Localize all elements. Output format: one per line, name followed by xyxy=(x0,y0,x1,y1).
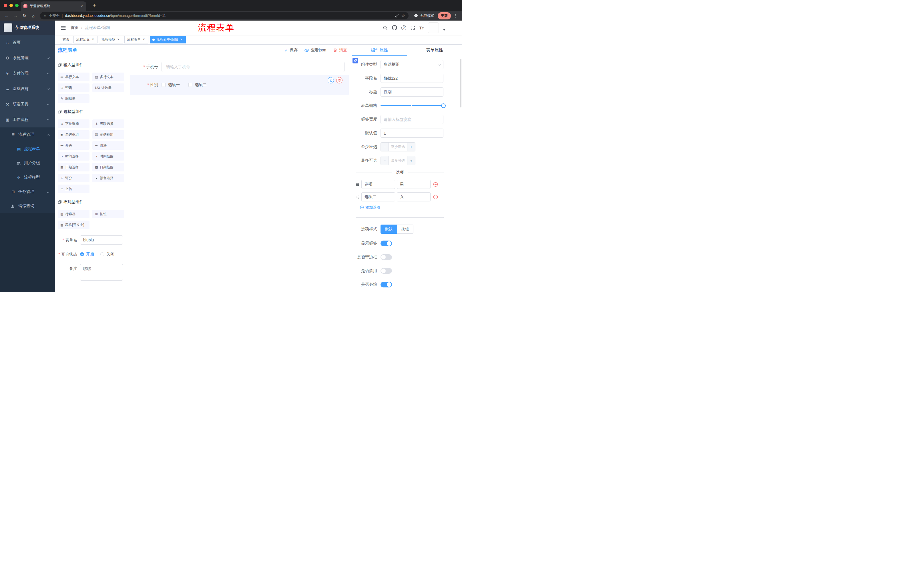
tab-close-icon[interactable]: × xyxy=(80,4,84,8)
phone-field-row[interactable]: 手机号 xyxy=(130,62,349,72)
checkbox-box[interactable] xyxy=(162,83,165,87)
close-icon[interactable]: × xyxy=(91,38,95,42)
style-default-button[interactable]: 默认 xyxy=(381,225,397,234)
password-key-icon[interactable] xyxy=(395,14,399,18)
drag-handle-icon[interactable] xyxy=(355,182,360,187)
option-value-input[interactable] xyxy=(397,192,431,201)
window-close-button[interactable] xyxy=(4,4,7,7)
add-option-button[interactable]: 添加选项 xyxy=(352,205,448,210)
tag-process-definition[interactable]: 流程定义× xyxy=(73,36,97,43)
title-input[interactable] xyxy=(381,87,444,97)
component-chip[interactable]: ▤多行文本 xyxy=(92,72,124,81)
component-chip[interactable]: ↥上传 xyxy=(58,184,89,193)
form-name-input[interactable] xyxy=(80,235,123,245)
help-icon[interactable]: ? xyxy=(401,25,406,30)
component-chip[interactable]: ◑时间范围 xyxy=(92,152,124,161)
form-grid-slider[interactable] xyxy=(381,101,445,110)
sidebar-item-leave-query[interactable]: 请假查询 xyxy=(0,199,55,213)
disabled-toggle[interactable] xyxy=(381,268,392,274)
update-button[interactable]: 更新 xyxy=(438,12,451,20)
avatar[interactable] xyxy=(428,22,439,33)
browser-menu-kebab-icon[interactable]: ⋮ xyxy=(452,13,459,18)
component-chip[interactable]: ▭单行文本 xyxy=(58,72,89,81)
sidebar-item-infrastructure[interactable]: ☁ 基础设施 xyxy=(0,81,55,97)
sidebar-item-system[interactable]: ⚙ 系统管理 xyxy=(0,50,55,66)
component-chip[interactable]: ◔时间选择 xyxy=(58,152,89,161)
close-icon[interactable]: × xyxy=(142,38,146,42)
github-icon[interactable] xyxy=(392,25,397,30)
radio-closed[interactable]: 关闭 xyxy=(101,252,114,257)
sidebar-item-workflow[interactable]: ▣ 工作流程 xyxy=(0,112,55,127)
window-zoom-button[interactable] xyxy=(15,4,18,7)
bookmark-star-icon[interactable]: ☆ xyxy=(401,13,405,18)
tab-component-props[interactable]: 组件属性 xyxy=(352,44,407,56)
sidebar-item-process-model[interactable]: ✈ 流程模型 xyxy=(0,170,55,184)
hamburger-icon[interactable] xyxy=(55,25,71,30)
sidebar-item-payment[interactable]: ¥ 支付管理 xyxy=(0,66,55,81)
back-icon[interactable]: ← xyxy=(3,13,11,18)
component-chip[interactable]: ▦日期选择 xyxy=(58,163,89,171)
border-toggle[interactable] xyxy=(381,254,392,260)
option-label-input[interactable] xyxy=(361,192,395,201)
fullscreen-icon[interactable] xyxy=(411,25,415,30)
component-chip[interactable]: ⊞按钮 xyxy=(92,210,124,218)
decrease-icon[interactable]: − xyxy=(381,143,389,151)
sidebar-item-home[interactable]: ⌂ 首页 xyxy=(0,35,55,50)
address-bar[interactable]: ⚠ 不安全 | dashboard.yudao.iocoder.cn/bpm/m… xyxy=(40,12,409,20)
close-icon[interactable]: × xyxy=(116,38,120,42)
component-chip[interactable]: ☆评分 xyxy=(58,174,89,182)
component-chip[interactable]: ▩日期范围 xyxy=(92,163,124,171)
save-button[interactable]: ✓ 保存 xyxy=(285,48,298,53)
not-secure-warning-icon[interactable]: ⚠ xyxy=(43,14,46,18)
option-label-input[interactable] xyxy=(361,180,395,189)
browser-tab[interactable]: 芋道管理系统 × xyxy=(21,2,86,11)
checkbox-box[interactable] xyxy=(188,83,192,87)
checkbox-option-one[interactable]: 选项一 xyxy=(162,82,180,87)
drag-handle-icon[interactable] xyxy=(355,195,360,199)
component-chip[interactable]: ⊡密码 xyxy=(58,84,89,92)
option-value-input[interactable] xyxy=(397,180,431,189)
component-chip[interactable]: ▦表格[开发中] xyxy=(58,220,89,229)
remove-option-icon[interactable] xyxy=(433,194,438,199)
component-chip[interactable]: ⊙下拉选择 xyxy=(58,119,89,128)
search-icon[interactable] xyxy=(383,25,388,30)
remove-option-icon[interactable] xyxy=(433,182,438,187)
component-chip[interactable]: ⊶开关 xyxy=(58,141,89,150)
form-remark-textarea[interactable]: 嘿嘿 xyxy=(80,264,123,281)
tag-home[interactable]: 首页 xyxy=(60,36,72,43)
link-icon[interactable] xyxy=(353,58,358,63)
slider-track[interactable] xyxy=(381,105,445,106)
min-select-value[interactable]: 至少应选 xyxy=(389,143,407,151)
reload-icon[interactable]: ↻ xyxy=(21,13,28,18)
clear-button[interactable]: 清空 xyxy=(333,48,347,53)
gender-field-row[interactable]: 性别 选项一 选项二 xyxy=(130,75,349,95)
component-type-select[interactable]: 多选框组 xyxy=(381,60,444,69)
max-select-value[interactable]: 最多可选 xyxy=(389,156,407,165)
component-chip[interactable]: ⊸滑块 xyxy=(92,141,124,150)
default-value-input[interactable] xyxy=(381,128,444,138)
tag-process-form-edit[interactable]: 流程表单-编辑× xyxy=(150,36,186,43)
component-chip[interactable]: ▥行容器 xyxy=(58,210,89,218)
sidebar-item-process-form[interactable]: ▤ 流程表单 xyxy=(0,142,55,156)
close-icon[interactable]: × xyxy=(179,38,183,42)
phone-input[interactable] xyxy=(162,62,345,72)
breadcrumb-home[interactable]: 首页 xyxy=(71,25,79,30)
slider-thumb[interactable] xyxy=(441,104,446,108)
tab-form-props[interactable]: 表单属性 xyxy=(407,44,462,56)
increase-icon[interactable]: + xyxy=(407,156,415,165)
form-canvas[interactable]: 手机号 性别 选项一 选项二 xyxy=(127,56,351,292)
sidebar-item-process-management[interactable]: ≣ 流程管理 xyxy=(0,127,55,142)
component-chip[interactable]: ◒颜色选择 xyxy=(92,174,124,182)
scrollbar[interactable] xyxy=(460,59,462,107)
component-chip[interactable]: ✎编辑器 xyxy=(58,94,89,103)
sidebar-logo[interactable]: 芋道管理系统 xyxy=(0,21,55,35)
view-json-button[interactable]: 查看json xyxy=(304,48,326,53)
component-chip[interactable]: ⋔级联选择 xyxy=(92,119,124,128)
forward-icon[interactable]: → xyxy=(12,13,20,18)
show-label-toggle[interactable] xyxy=(381,240,392,246)
sidebar-item-devtools[interactable]: ⚒ 研发工具 xyxy=(0,97,55,112)
font-size-icon[interactable]: TT xyxy=(419,25,424,30)
component-chip[interactable]: ◉单选框组 xyxy=(58,130,89,139)
delete-component-button[interactable] xyxy=(336,77,343,84)
tag-process-form[interactable]: 流程表单× xyxy=(124,36,148,43)
